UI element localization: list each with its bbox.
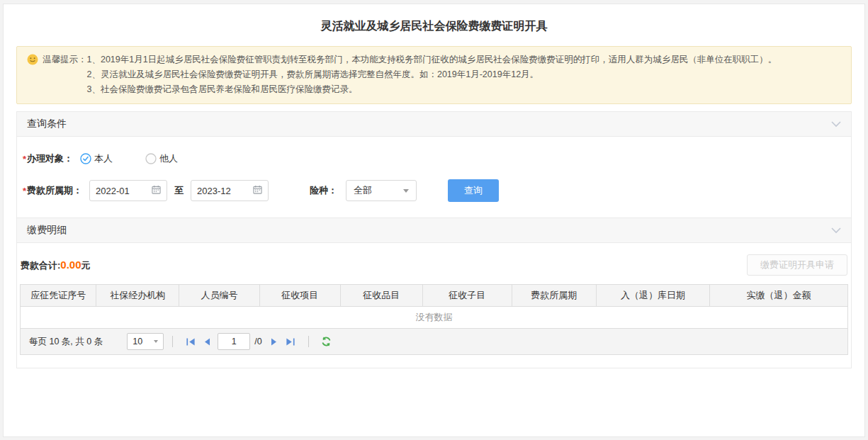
tips-label: 温馨提示： bbox=[43, 52, 87, 67]
table-header-cell: 人员编号 bbox=[179, 285, 259, 307]
tip-line-1: 1、2019年1月1日起城乡居民社会保险费征管职责划转至税务部门，本功能支持税务… bbox=[87, 52, 843, 67]
caret-down-icon bbox=[154, 340, 158, 343]
chevron-down-icon[interactable] bbox=[831, 227, 841, 234]
total-pages-label: /0 bbox=[254, 337, 261, 346]
pagination-summary: 每页 10 条, 共 0 条 bbox=[29, 336, 103, 348]
required-star: * bbox=[23, 154, 26, 164]
divider bbox=[308, 336, 309, 347]
warm-tips-box: 温馨提示： 1、2019年1月1日起城乡居民社会保险费征管职责划转至税务部门，本… bbox=[16, 46, 852, 104]
radio-option-self-label: 本人 bbox=[94, 152, 113, 165]
smiley-icon bbox=[27, 54, 38, 70]
radio-option-self[interactable]: 本人 bbox=[80, 152, 113, 165]
viewport: 灵活就业及城乡居民社会保险费缴费证明开具 温馨提示： 1、2019年1月1日起城… bbox=[0, 0, 868, 440]
query-section-title: 查询条件 bbox=[27, 118, 67, 130]
apply-certificate-button[interactable]: 缴费证明开具申请 bbox=[747, 254, 847, 276]
detail-section-header: 缴费明细 bbox=[17, 218, 851, 243]
divider bbox=[172, 336, 173, 347]
refresh-icon bbox=[320, 337, 332, 346]
payment-detail-table: 应征凭证序号 社保经办机构 人员编号 征收项目 征收品目 征收子目 费款所属期 … bbox=[20, 284, 848, 329]
first-page-icon bbox=[186, 338, 196, 346]
target-radio-group: 本人 他人 bbox=[80, 152, 210, 165]
search-button[interactable]: 查询 bbox=[448, 179, 499, 202]
next-page-button[interactable] bbox=[266, 338, 281, 346]
table-header-cell: 社保经办机构 bbox=[96, 285, 179, 307]
radio-checked-icon bbox=[80, 153, 91, 164]
table-header-cell: 费款所属期 bbox=[512, 285, 596, 307]
empty-data-row: 没有数据 bbox=[21, 307, 848, 329]
period-to-value: 2023-12 bbox=[197, 186, 231, 196]
page-panel: 灵活就业及城乡居民社会保险费缴费证明开具 温馨提示： 1、2019年1月1日起城… bbox=[3, 4, 865, 437]
detail-section-title: 缴费明细 bbox=[27, 224, 67, 237]
detail-body: 费款合计:0.00元 缴费证明开具申请 应征凭证序号 社保经办机构 人员编号 征… bbox=[17, 243, 851, 368]
refresh-button[interactable] bbox=[317, 337, 335, 346]
query-section: 查询条件 * 办理对象： 本人 bbox=[16, 111, 852, 218]
total-unit: 元 bbox=[81, 260, 91, 271]
table-header-cell: 征收项目 bbox=[259, 285, 340, 307]
caret-down-icon bbox=[403, 189, 409, 193]
table-header-cell: 征收品目 bbox=[340, 285, 422, 307]
query-section-header: 查询条件 bbox=[17, 112, 851, 137]
total-label: 费款合计: bbox=[21, 260, 60, 271]
page-number-input[interactable] bbox=[218, 333, 250, 350]
prev-page-icon bbox=[204, 338, 210, 346]
tip-line-3: 3、社会保险费缴费记录包含居民养老保险和居民医疗保险缴费记录。 bbox=[87, 82, 843, 97]
radio-option-other-label: 他人 bbox=[159, 152, 178, 165]
insurance-select[interactable]: 全部 bbox=[346, 180, 417, 201]
radio-unchecked-icon bbox=[145, 153, 157, 164]
period-from-value: 2022-01 bbox=[96, 186, 130, 196]
page-size-value: 10 bbox=[133, 337, 142, 346]
last-page-button[interactable] bbox=[281, 338, 300, 346]
target-label: 办理对象： bbox=[27, 152, 73, 165]
next-page-icon bbox=[271, 338, 277, 346]
first-page-button[interactable] bbox=[181, 338, 200, 346]
tips-lines: 1、2019年1月1日起城乡居民社会保险费征管职责划转至税务部门，本功能支持税务… bbox=[87, 52, 843, 97]
tip-line-2: 2、灵活就业及城乡居民社会保险费缴费证明开具，费款所属期请选择完整自然年度。如：… bbox=[87, 67, 843, 82]
table-header-cell: 入（退）库日期 bbox=[596, 285, 709, 307]
insurance-label: 险种： bbox=[310, 184, 337, 197]
table-header-cell: 实缴（退）金额 bbox=[709, 285, 847, 307]
table-header-cell: 征收子目 bbox=[422, 285, 512, 307]
table-header-cell: 应征凭证序号 bbox=[21, 285, 96, 307]
period-from-input[interactable]: 2022-01 bbox=[89, 180, 167, 201]
calendar-icon[interactable] bbox=[253, 185, 262, 196]
total-amount: 费款合计:0.00元 bbox=[21, 259, 91, 272]
required-star: * bbox=[23, 186, 26, 196]
detail-section: 缴费明细 费款合计:0.00元 缴费证明开具申请 应征凭证序号 社 bbox=[16, 218, 852, 368]
radio-option-other[interactable]: 他人 bbox=[145, 152, 178, 165]
period-separator: 至 bbox=[174, 184, 184, 197]
total-value: 0.00 bbox=[60, 259, 81, 271]
period-label: 费款所属期： bbox=[27, 184, 82, 197]
last-page-icon bbox=[286, 338, 295, 346]
table-header-row: 应征凭证序号 社保经办机构 人员编号 征收项目 征收品目 征收子目 费款所属期 … bbox=[21, 285, 848, 307]
pagination-bar: 每页 10 条, 共 0 条 10 /0 bbox=[20, 329, 848, 355]
empty-data-text: 没有数据 bbox=[21, 307, 848, 329]
insurance-select-value: 全部 bbox=[354, 184, 372, 197]
page-size-select[interactable]: 10 bbox=[127, 333, 164, 350]
query-form: * 办理对象： 本人 他人 bbox=[17, 137, 851, 218]
page-title: 灵活就业及城乡居民社会保险费缴费证明开具 bbox=[4, 4, 864, 46]
prev-page-button[interactable] bbox=[200, 338, 215, 346]
total-row: 费款合计:0.00元 缴费证明开具申请 bbox=[20, 254, 848, 276]
period-to-input[interactable]: 2023-12 bbox=[191, 180, 269, 201]
chevron-down-icon[interactable] bbox=[831, 121, 841, 128]
calendar-icon[interactable] bbox=[152, 185, 161, 196]
